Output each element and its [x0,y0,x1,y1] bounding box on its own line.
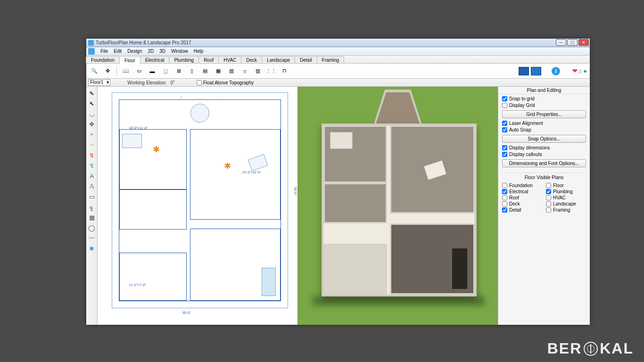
fvp-floor[interactable]: Floor [546,183,586,188]
ltool-select-group[interactable]: ⬉ [87,99,97,108]
ltool-network[interactable]: ✱ [87,244,97,253]
ribbon-toolbar: 🔍✥📖▭▬⎕⊞▯▤▦▥⎅▥⋮⋮⊓ i ❤ ⌂ ● [86,64,590,79]
elevation-label: Working Elevation: [127,80,166,85]
btn-snap-opts[interactable]: Snap Options... [502,135,586,143]
view-3d[interactable] [298,87,498,325]
tool-door[interactable]: ▯ [187,66,197,76]
ltool-move[interactable]: ✥ [87,119,97,129]
tool-curtain[interactable]: ⎅ [239,66,250,76]
tab-landscape[interactable]: Landscape [262,56,295,63]
fvp-roof[interactable]: Roof [502,195,542,200]
ltool-text[interactable]: A [87,171,97,181]
fvp-hvac[interactable]: HVAC [546,195,586,200]
tool-opening[interactable]: ⎕ [160,66,171,76]
panel-preset-2[interactable] [531,67,541,75]
ltool-subtract[interactable]: － [87,140,97,149]
cb-disp-callouts[interactable]: Display callouts [502,152,586,157]
menu-bar: FileEditDesign2D3DWindowHelp [86,47,590,56]
info-icon[interactable]: i [552,67,560,75]
fvp-foundation[interactable]: Foundation [502,183,542,188]
tool-window[interactable]: ⊞ [173,66,184,76]
tool-wall-ext[interactable]: ▭ [134,66,144,76]
floorplan-outer: ✱ ✱ 10'-0"×11'-8" 15'-2"×14'-0" 11'-2"×7… [112,92,288,308]
counter3d [452,248,467,289]
float-topo-checkbox[interactable]: Float Above Topography [197,80,254,85]
fvp-framing[interactable]: Framing [546,207,586,213]
ltool-break-green[interactable]: ↯ [87,161,97,170]
fp-outerdim-2: 30'-0" [294,187,297,196]
secondary-bar: Floor1 Working Elevation: 0" Float Above… [86,79,590,87]
ltool-text-outline[interactable]: 𝔸 [87,181,97,191]
tool-cabinet[interactable]: ▥ [226,66,237,76]
tool-zoom[interactable]: 🔍 [89,66,99,76]
left-toolbar: ⬉⬉◡✥＋－↯↯A𝔸▭╗▦◯〰✱ [86,87,98,325]
ltool-wall[interactable]: ▭ [87,192,97,201]
fp-fan-2: ✱ [223,161,232,171]
tool-gate[interactable]: ⊓ [279,66,289,76]
floorplan-inner: ✱ ✱ 10'-0"×11'-8" 15'-2"×14'-0" 11'-2"×7… [119,99,281,301]
minimize-button[interactable]: — [556,39,566,46]
tab-hvac[interactable]: HVAC [218,56,241,63]
tab-floor[interactable]: Floor [119,57,140,64]
btn-grid-props[interactable]: Grid Properties... [502,110,586,118]
cb-snap-grid[interactable]: Snap to grid [502,96,586,101]
menu-3d[interactable]: 3D [157,48,168,54]
fp-dim-3: 11'-2"×7'-0" [129,283,146,287]
fvp-deck[interactable]: Deck [502,201,542,206]
tab-framing[interactable]: Framing [317,56,345,63]
tree-icon[interactable]: ● [583,67,587,74]
tool-book[interactable]: 📖 [121,66,131,76]
view-2d[interactable]: ✱ ✱ 10'-0"×11'-8" 15'-2"×14'-0" 11'-2"×7… [98,87,298,325]
cb-laser[interactable]: Laser Alignment [502,121,586,126]
ltool-arc[interactable]: ◡ [87,109,97,118]
menu-design[interactable]: Design [124,48,145,54]
fvp-detail[interactable]: Detail [502,207,542,213]
menu-edit[interactable]: Edit [111,48,124,54]
fvp-plumbing[interactable]: Plumbing [546,189,586,194]
menu-file[interactable]: File [98,48,111,54]
menu-help[interactable]: Help [191,48,206,54]
cb-display-grid[interactable]: Display Grid [502,103,586,108]
ltool-polyline[interactable]: 〰 [87,233,97,243]
menu-2d[interactable]: 2D [145,48,157,54]
watermark-pre: BER [547,340,582,357]
btn-dim-font[interactable]: Dimensioning and Font Options... [502,159,586,167]
cb-disp-dims[interactable]: Display dimensions [502,145,586,150]
house3d-base [322,123,477,296]
ltool-break-red[interactable]: ↯ [87,150,97,160]
ltool-wall-join[interactable]: ╗ [87,202,97,212]
tool-table[interactable]: ▦ [213,66,223,76]
ltool-add[interactable]: ＋ [87,130,97,139]
close-button[interactable]: ✕ [578,39,589,46]
house-icon[interactable]: ⌂ [578,67,582,74]
main-area: ⬉⬉◡✥＋－↯↯A𝔸▭╗▦◯〰✱ [86,87,590,325]
app-window: TurboFloorPlan Home & Landscape Pro 2017… [86,39,590,325]
fp-bay-window [181,87,219,98]
tab-detail[interactable]: Detail [295,56,317,63]
heart-icon[interactable]: ❤ [572,67,578,74]
tab-electrical[interactable]: Electrical [140,56,170,63]
cb-autosnap[interactable]: Auto Snap [502,127,586,132]
tool-fence[interactable]: ⋮⋮ [266,66,276,76]
fvp-electrical[interactable]: Electrical [502,189,542,194]
floor-selector[interactable]: Floor1 [88,79,110,86]
tab-roof[interactable]: Roof [198,56,219,63]
menu-window[interactable]: Window [168,48,191,54]
fp-room-laundry [119,253,187,301]
tab-deck[interactable]: Deck [241,56,262,63]
tool-pan[interactable]: ✥ [102,66,113,76]
fvp-landscape[interactable]: Landscape [546,201,586,206]
ltool-pattern[interactable]: ▦ [87,213,97,222]
maximize-button[interactable]: ▢ [567,39,578,46]
ltool-pointer[interactable]: ⬉ [87,88,97,98]
tool-wall-int[interactable]: ▬ [147,66,157,76]
tool-column[interactable]: ▥ [253,66,263,76]
tab-foundation[interactable]: Foundation [86,56,120,63]
window-title: TurboFloorPlan Home & Landscape Pro 2017 [96,40,191,45]
tab-plumbing[interactable]: Plumbing [169,56,199,63]
watermark-post: KAL [600,340,634,357]
panel-preset-1[interactable] [519,67,529,75]
tool-slider[interactable]: ▤ [200,66,210,76]
ltool-circle[interactable]: ◯ [87,223,97,232]
fp-room-living [190,129,280,220]
